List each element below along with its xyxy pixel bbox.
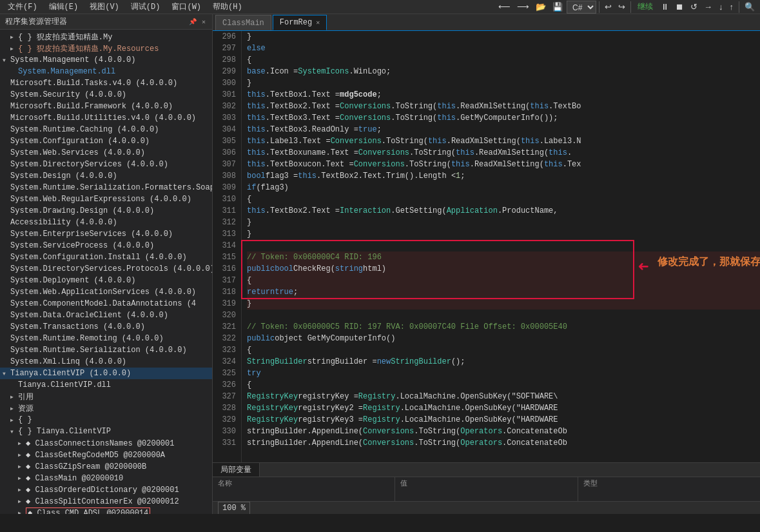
annotation-text: 修改完成了，那就保存下dll <box>658 255 760 269</box>
code-line: RegistryKey registryKey2 = Registry.Loca… <box>247 402 760 414</box>
panel-header: 程序集资源管理器 📌 ✕ <box>0 14 212 30</box>
panel-close[interactable]: ✕ <box>200 18 207 26</box>
menu-view[interactable]: 视图(V) <box>84 0 124 14</box>
tree-item[interactable]: Microsoft.Build.Tasks.v4.0 (4.0.0.0) <box>0 77 212 89</box>
tree-item[interactable]: System.Web.Services (4.0.0.0) <box>0 147 212 159</box>
code-line: { <box>247 193 760 205</box>
code-line: // Token: 0x060000C5 RID: 197 RVA: 0x000… <box>247 321 760 333</box>
code-line: this.TextBox1.Text = mdg5code; <box>247 89 760 101</box>
annotation-arrow: ➜ <box>638 255 649 277</box>
line-number: 315 <box>218 251 236 263</box>
tree-item[interactable]: ▼Tianya.ClientVIP (1.0.0.0) <box>0 368 212 379</box>
tree-item-label: 资源 <box>18 403 34 414</box>
tree-item[interactable]: ▼System.Management (4.0.0.0) <box>0 54 212 66</box>
menu-debug[interactable]: 调试(D) <box>126 0 166 14</box>
code-line: } <box>247 228 760 240</box>
tree-item[interactable]: System.Runtime.Remoting (4.0.0.0) <box>0 333 212 344</box>
tree-item[interactable]: System.Runtime.Serialization.Formatters.… <box>0 182 212 193</box>
toolbar-pause[interactable]: ⏸ <box>658 1 672 13</box>
tree-item[interactable]: System.DirectoryServices.Protocols (4.0.… <box>0 263 212 275</box>
tree-item[interactable]: ▼{ } Tianya.ClientVIP <box>0 426 212 437</box>
code-content[interactable]: } else { base.Icon = SystemIcons.WinLogo… <box>242 31 760 462</box>
line-number: 308 <box>218 170 236 182</box>
tree-item[interactable]: Accessibility (4.0.0.0) <box>0 217 212 228</box>
tree-item[interactable]: System.Web.ApplicationServices (4.0.0.0) <box>0 286 212 298</box>
code-line: else <box>247 43 760 54</box>
tree-item-label: 引用 <box>18 391 34 402</box>
tree-item[interactable]: System.Web.RegularExpressions (4.0.0.0) <box>0 193 212 205</box>
menu-window[interactable]: 窗口(W) <box>166 0 206 14</box>
bottom-tab-locals[interactable]: 局部变量 <box>213 463 260 477</box>
tree-item[interactable]: Tianya.ClientVIP.dll <box>0 379 212 391</box>
tree-item[interactable]: ▶◆ ClassGZipSream @0200000B <box>0 460 212 472</box>
tree-item-label: { } 猊皮拍卖通知精蛊.My.Resources <box>18 43 159 54</box>
tree-item[interactable]: ▶◆ Class_CMD_ADSL @02000014 <box>0 507 212 514</box>
tree-item[interactable]: System.EnterpriseServices (4.0.0.0) <box>0 228 212 240</box>
tree-item[interactable]: ▶引用 <box>0 391 212 402</box>
tree-item[interactable]: System.Security (4.0.0.0) <box>0 89 212 101</box>
tree-item-label: System.Data.OracleClient (4.0.0.0) <box>10 311 168 320</box>
toolbar-save[interactable]: 💾 <box>550 1 565 13</box>
line-number: 326 <box>218 379 236 391</box>
tree-item[interactable]: System.Management.dll <box>0 66 212 77</box>
toolbar-step-out[interactable]: ↑ <box>727 1 737 13</box>
tree-item[interactable]: System.Data.OracleClient (4.0.0.0) <box>0 310 212 321</box>
code-line: StringBuilder stringBuilder = new String… <box>247 356 760 368</box>
code-line: this.TextBox2.Text = Conversions.ToStrin… <box>247 101 760 112</box>
tree-item[interactable]: ▶◆ ClassConnectionsNames @0200001 <box>0 437 212 449</box>
tree-item[interactable]: ▶◆ ClassGetRegCodeMD5 @0200000A <box>0 449 212 460</box>
tree-item[interactable]: System.DirectoryServices (4.0.0.0) <box>0 159 212 170</box>
tree-item[interactable]: System.Runtime.Serialization (4.0.0.0) <box>0 344 212 356</box>
toolbar-search[interactable]: 🔍 <box>742 1 757 13</box>
continue-btn[interactable]: 继续 <box>634 0 657 14</box>
tree-item[interactable]: ▶◆ ClassMain @02000010 <box>0 472 212 484</box>
tab-formreg-close[interactable]: ✕ <box>316 19 320 26</box>
code-line: } <box>247 217 760 228</box>
toolbar-step-in[interactable]: ↓ <box>716 1 726 13</box>
bottom-col-name: 名称 <box>213 477 395 501</box>
tree-item[interactable]: ▶◆ ClassOrderedDictionary @0200001 <box>0 484 212 495</box>
tree-item[interactable]: ▶◆ ClassSplitContainerEx @02000012 <box>0 495 212 507</box>
zoom-indicator[interactable]: 100 % <box>218 502 250 515</box>
toolbar-restart[interactable]: ↺ <box>688 1 700 13</box>
toolbar-forward[interactable]: ⟶ <box>514 1 532 13</box>
toolbar-open[interactable]: 📂 <box>533 1 549 13</box>
menu-help[interactable]: 帮助(H) <box>208 0 248 14</box>
tab-classmain[interactable]: ClassMain <box>215 15 271 30</box>
tree-item[interactable]: ▶资源 <box>0 402 212 414</box>
tree-item[interactable]: System.Configuration (4.0.0.0) <box>0 135 212 147</box>
tree-item[interactable]: ▶{ } 猊皮拍卖通知精蛊.My.Resources <box>0 43 212 54</box>
tree-item[interactable]: System.ServiceProcess (4.0.0.0) <box>0 240 212 251</box>
tree-item-label: ◆ ClassOrderedDictionary @0200001 <box>26 485 179 495</box>
toolbar-stop[interactable]: ⏹ <box>673 1 687 13</box>
panel-pin[interactable]: 📌 <box>188 18 198 26</box>
tree-item[interactable]: System.Transactions (4.0.0.0) <box>0 321 212 333</box>
toolbar-undo[interactable]: ↩ <box>602 1 614 13</box>
toolbar-step-over[interactable]: → <box>701 1 715 13</box>
toolbar-redo[interactable]: ↪ <box>616 1 628 13</box>
toolbar-back[interactable]: ⟵ <box>496 1 513 13</box>
tree-item[interactable]: System.Configuration.Install (4.0.0.0) <box>0 251 212 263</box>
tree-item[interactable]: System.Design (4.0.0.0) <box>0 170 212 182</box>
tree-item[interactable]: ▶{ } <box>0 414 212 426</box>
code-line: RegistryKey registryKey3 = Registry.Loca… <box>247 414 760 426</box>
tree-item[interactable]: System.Runtime.Caching (4.0.0.0) <box>0 124 212 135</box>
tree-container[interactable]: ▶{ } 猊皮拍卖通知精蛊.My▶{ } 猊皮拍卖通知精蛊.My.Resourc… <box>0 30 212 514</box>
tree-item[interactable]: ▶{ } 猊皮拍卖通知精蛊.My <box>0 31 212 43</box>
tree-item-label: System.Security (4.0.0.0) <box>10 90 126 99</box>
tree-item[interactable]: System.Drawing.Design (4.0.0.0) <box>0 205 212 217</box>
tree-item[interactable]: System.Xml.Linq (4.0.0.0) <box>0 356 212 368</box>
tree-item-label: System.DirectoryServices.Protocols (4.0.… <box>10 264 212 273</box>
tree-item[interactable]: Microsoft.Build.Framework (4.0.0.0) <box>0 101 212 112</box>
lang-selector[interactable]: C# <box>567 1 596 14</box>
menu-edit[interactable]: 编辑(E) <box>44 0 84 14</box>
code-line: stringBuilder.AppendLine(Conversions.ToS… <box>247 426 760 437</box>
code-line: this.TextBox2.Text = Interaction.GetSett… <box>247 205 760 217</box>
tree-item[interactable]: System.ComponentModel.DataAnnotations (4 <box>0 298 212 310</box>
tree-item[interactable]: System.Deployment (4.0.0.0) <box>0 275 212 286</box>
menu-file[interactable]: 文件(F) <box>3 0 43 14</box>
bottom-col-type: 类型 <box>578 477 760 501</box>
zoom-bar: 100 % <box>213 501 760 514</box>
tree-item[interactable]: Microsoft.Build.Utilities.v4.0 (4.0.0.0) <box>0 112 212 124</box>
tab-formreg[interactable]: FormReg ✕ <box>273 15 327 30</box>
